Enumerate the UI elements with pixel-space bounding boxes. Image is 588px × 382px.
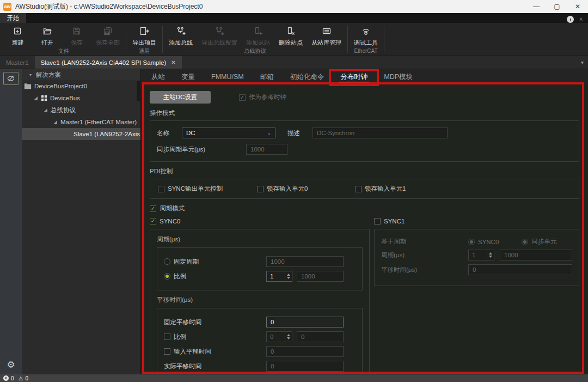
checkbox-icon [158,186,164,192]
ribbon-group-general: 导出项目 通用 [128,23,161,56]
tree-expander-icon[interactable] [53,120,57,124]
solution-explorer-button[interactable] [3,72,19,85]
shift-ratio-checkbox[interactable]: 比例 [164,333,266,341]
reference-clock-label: 作为参考时钟 [249,93,286,101]
distributed-clock-panel: 主站DC设置 ✓ 作为参考时钟 操作模式 名称 DC ⌄ 描述 DC-Synch… [141,84,588,374]
app-icon: aw [3,3,11,11]
subtab-init-commands[interactable]: 初始化命令 [282,69,333,84]
slave-library-icon [322,26,332,37]
sync0-shift-title: 平移时间(μs) [157,296,363,304]
sync1-period-factor-stepper: 1 [468,250,494,260]
stepper-arrows-icon [285,332,292,342]
content-area: 从站 变量 FMMU/SM 邮箱 初始化命令 分布时钟 MDP模块 主站DC设置… [141,69,588,374]
settings-gear-icon[interactable]: ⚙ [7,359,15,370]
sync1-checkbox[interactable]: SYNC1 [374,218,579,225]
ribbon-separator [347,26,348,53]
add-slave-button: 添加从站 [242,23,274,47]
checkbox-icon [164,348,170,355]
tab-close-icon[interactable]: ✕ [171,59,175,65]
pdi-control-box: SYNC输出单元控制 锁存输入单元0 锁存输入单元1 [150,179,579,199]
operation-mode-box: 名称 DC ⌄ 描述 DC-Synchron 同步周期单元(μs) 1000 [150,120,579,162]
checkbox-checked-icon: ✓ [150,205,156,212]
minimize-button[interactable]: — [526,0,547,13]
sync1-period-label: 周期(μs) [381,251,405,259]
tree-header-solution[interactable]: ▾ 解决方案 [22,69,140,80]
tree-item-devicebus[interactable]: DeviceBus [22,92,140,104]
solution-tree-panel: ▾ 解决方案 DeviceBusProject0 DeviceBus 总线协议 … [22,69,141,374]
tree-item-slave1[interactable]: Slave1 (LAN9252-2Axis ... [22,128,140,140]
stepper-arrows-icon[interactable] [285,271,292,281]
fixed-shift-field[interactable]: 0 [266,317,344,328]
status-bar: ✕ 0 ⚠ 0 [0,374,588,382]
sync1-group-box: 基于周期 SYNC0 同步单元 [374,229,579,286]
add-bus-button[interactable]: 添加总线 [164,23,197,47]
ribbon-separator [126,26,126,53]
tree-item-project[interactable]: DeviceBusProject0 [22,80,140,92]
ribbon-tab-start[interactable]: 开始 [0,13,26,23]
close-button[interactable]: ✕ [567,0,588,13]
sync-cycle-unit-label: 同步周期单元(μs) [157,145,246,154]
collapse-ribbon-icon[interactable]: ˄ [579,16,583,22]
tree-item-master1[interactable]: Master1 (EtherCAT Master) [22,116,140,128]
ribbon-group-label-bus-protocol: 总线协议 [164,47,346,56]
latch-input-unit0-checkbox[interactable]: 锁存输入单元0 [257,185,355,193]
tab-master1[interactable]: Master1 [0,56,35,69]
tree-expander-icon[interactable] [44,108,47,112]
input-shift-checkbox[interactable]: 输入平移时间 [164,348,266,356]
subtab-variables[interactable]: 变量 [173,69,203,84]
debug-tool-button[interactable]: 调试工具 [350,23,382,47]
ribbon-group-ethercat: 调试工具 EtherCAT [350,23,382,56]
ribbon-group-label-ethercat: EtherCAT [350,47,382,56]
radio-icon [468,239,475,245]
actual-shift-field: 0 [266,361,344,372]
tree-item-bus-protocol[interactable]: 总线协议 [22,104,140,116]
radio-icon [522,239,528,245]
checkbox-icon [374,218,381,225]
fixed-period-radio[interactable]: 固定周期 [164,258,266,266]
subtab-fmmu-sm[interactable]: FMMU/SM [203,69,252,84]
open-button[interactable]: 打开 [33,23,62,47]
chevron-down-icon: ▾ [29,72,32,77]
delete-station-button[interactable]: 删除站点 [274,23,307,47]
master-dc-settings-button[interactable]: 主站DC设置 [150,91,211,104]
export-project-button[interactable]: 导出项目 [128,23,161,47]
debug-tool-icon [361,26,371,37]
subtab-distributed-clock[interactable]: 分布时钟 [332,69,376,84]
fixed-shift-label: 固定平移时间 [164,318,201,326]
latch-input-unit1-checkbox[interactable]: 锁存输入单元1 [355,185,406,193]
titlebar: aw AWStudio(测试版) - c:\AWStudio2Workspace… [0,0,588,13]
shift-ratio-base-field: 0 [297,331,344,342]
subtab-slave[interactable]: 从站 [143,69,173,84]
slave-library-button[interactable]: 从站库管理 [307,23,346,47]
save-all-button: 保存全部 [91,23,124,47]
sync0-checkbox[interactable]: ✓ SYNC0 [150,218,370,225]
error-icon: ✕ [3,375,9,381]
tree-scrollbar-thumb[interactable] [137,81,140,101]
ribbon-separator [162,26,163,53]
maximize-button[interactable]: ▢ [547,0,567,13]
operation-mode-title: 操作模式 [150,109,579,117]
document-tab-bar: Master1 Slave1 (LAN9252-2Axis CiA402 SPI… [0,56,588,69]
stepper-arrows-icon [487,250,494,260]
ratio-radio[interactable]: 比例 [164,272,266,281]
tree-expander-icon[interactable] [34,96,38,100]
tab-slave1[interactable]: Slave1 (LAN9252-2Axis CiA402 SPI Sample)… [35,56,182,69]
add-slave-icon [253,26,263,37]
dc-mode-select[interactable]: DC ⌄ [182,128,275,138]
error-count: 0 [11,375,14,381]
ratio-factor-stepper[interactable]: 1 [266,271,292,282]
sync0-period-box: 固定周期 1000 比例 1 [157,247,363,290]
subtab-mdp-module[interactable]: MDP模块 [376,69,421,84]
ribbon-tab-row: 开始 [0,13,588,23]
tab-overflow-chevron-icon[interactable]: ▾ [581,59,588,65]
new-button[interactable]: 新建 [3,23,33,47]
window-title: AWStudio(测试版) - c:\AWStudio2Workspace\De… [15,2,203,11]
checkbox-checked-icon: ✓ [150,218,156,225]
sync-output-unit-checkbox[interactable]: SYNC输出单元控制 [158,185,257,193]
ratio-base-field: 1000 [297,271,344,282]
info-icon[interactable]: i [567,16,574,23]
subtab-mailbox[interactable]: 邮箱 [252,69,282,84]
actual-shift-label: 实际平移时间 [164,362,201,371]
active-tab-underline [339,82,369,83]
cycle-mode-checkbox[interactable]: ✓ 周期模式 [150,204,579,213]
